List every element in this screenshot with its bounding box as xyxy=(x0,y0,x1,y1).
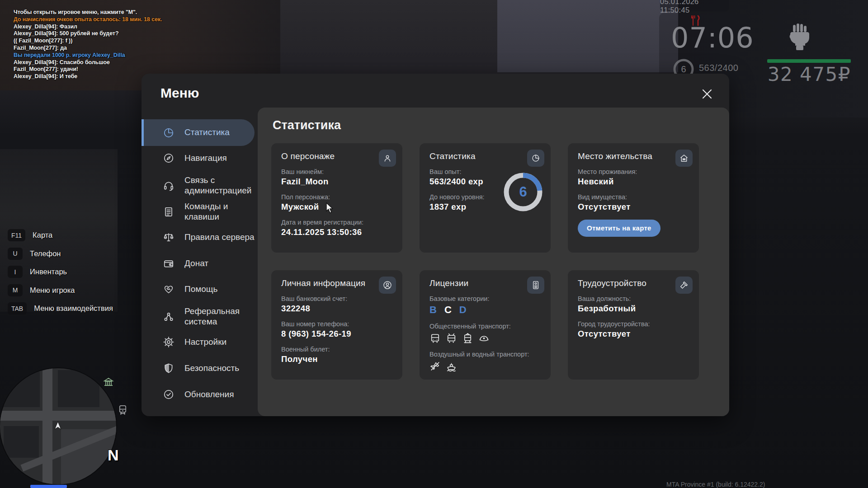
sidebar-item-server-rules[interactable]: Правила сервера xyxy=(142,231,255,243)
chat-line: Alexey_Dilla[94]: Фазил xyxy=(14,23,162,31)
sidebar-item-label: Команды и клавиши xyxy=(184,202,255,222)
sky-backdrop xyxy=(497,0,687,72)
field-label: Базовые категории: xyxy=(429,295,541,302)
scales-icon xyxy=(163,231,175,243)
field-value: Отсутствует xyxy=(578,202,689,212)
field-label: Ваш опыт: xyxy=(429,168,502,175)
datetime-display: 05.01.2026 11:50:45 xyxy=(660,0,729,11)
tram-icon xyxy=(462,333,473,344)
field-label: Ваш никнейм: xyxy=(281,168,392,175)
shield-icon xyxy=(163,362,175,374)
field-label: Ваш банковский счет: xyxy=(281,295,392,302)
sidebar-item-settings[interactable]: Настройки xyxy=(142,336,255,348)
chat-line: Fazil_Moon[277]: да xyxy=(14,45,162,52)
card-title: Лицензии xyxy=(429,278,541,288)
chat-line: Чтобы открыть игровое меню, нажмите "М". xyxy=(14,9,162,16)
key-label: Меню игрока xyxy=(30,286,75,295)
sidebar-item-label: Настройки xyxy=(184,337,255,347)
field-label: Общественный транспорт: xyxy=(429,323,541,330)
sidebar-item-label: Навигация xyxy=(184,153,255,164)
sidebar-item-navigation[interactable]: Навигация xyxy=(142,152,255,164)
field-value: 322248 xyxy=(281,304,392,314)
field-value: Отсутствует xyxy=(578,329,689,339)
pie-chart-icon xyxy=(163,127,175,139)
key-label: Телефон xyxy=(30,249,61,258)
menu-title: Меню xyxy=(160,85,199,101)
keybind-row: F11 Карта xyxy=(8,229,113,241)
key-label: Меню взаимодействия xyxy=(34,304,113,313)
wallet-icon xyxy=(163,258,175,269)
document-icon xyxy=(163,206,175,218)
field-value: 8 (963) 154-26-19 xyxy=(281,329,392,339)
card-title: Трудоустройство xyxy=(578,278,689,288)
field-label: Дата и время регистрации: xyxy=(281,219,392,226)
license-categories: B C D xyxy=(429,304,541,316)
field-value: 563/2400 exp xyxy=(429,177,502,187)
chat-line: (( Fazil_Moon[277]: f )) xyxy=(14,38,162,45)
sidebar-item-label: Статистика xyxy=(184,127,255,138)
chat-log: Чтобы открыть игровое меню, нажмите "М".… xyxy=(14,9,162,80)
mouse-cursor xyxy=(326,202,335,214)
sidebar-item-commands-keys[interactable]: Команды и клавиши xyxy=(142,202,255,222)
mark-on-map-button[interactable]: Отметить на карте xyxy=(578,220,660,237)
key-label: Инвентарь xyxy=(30,267,67,276)
license-category-d: D xyxy=(459,304,467,316)
field-label: Военный билет: xyxy=(281,346,392,353)
sidebar-item-label: Обновления xyxy=(184,389,255,400)
field-label: Место проживания: xyxy=(578,168,689,175)
minimap xyxy=(0,368,116,484)
air-water-licenses xyxy=(429,361,541,372)
ring-level-number: 6 xyxy=(502,171,544,213)
card-residence: Место жительства Место проживания: Невск… xyxy=(568,143,699,253)
close-icon[interactable] xyxy=(699,86,715,102)
chat-line: Вы передали 1000 р. игроку Alexey_Dilla xyxy=(14,52,162,59)
money-progress-bar xyxy=(767,59,851,63)
person-circle-icon xyxy=(379,277,396,294)
card-title: Личная информация xyxy=(281,278,392,288)
sidebar-item-statistics[interactable]: Статистика xyxy=(142,119,255,146)
game-clock: 07:06 xyxy=(671,21,754,54)
key-badge: TAB xyxy=(8,302,27,314)
card-personal-info: Личная информация Ваш банковский счет: 3… xyxy=(271,270,402,380)
chat-line: До начисления очков опыта осталось: 18 м… xyxy=(14,16,162,23)
field-value: Безработный xyxy=(578,304,689,314)
gear-icon xyxy=(163,336,175,348)
card-stats: Статистика Ваш опыт: 563/2400 exp До нов… xyxy=(420,143,551,253)
sidebar-item-help[interactable]: Помощь xyxy=(142,283,255,295)
heart-handshake-icon xyxy=(163,283,175,295)
sidebar-item-updates[interactable]: Обновления xyxy=(142,389,255,400)
field-label: Город трудоустройства: xyxy=(578,320,689,328)
sidebar-item-donate[interactable]: Донат xyxy=(142,258,255,269)
field-label: Воздушный и водный транспорт: xyxy=(429,351,541,358)
key-badge: I xyxy=(8,266,23,278)
card-licenses: Лицензии Базовые категории: B C D Общест… xyxy=(420,270,551,380)
field-label: Ваш номер телефона: xyxy=(281,320,392,328)
field-value: Мужской xyxy=(281,202,392,212)
exp-counter: 563/2400 xyxy=(699,63,738,73)
keybind-row: U Телефон xyxy=(8,248,113,260)
key-badge: M xyxy=(8,284,23,296)
sidebar-item-referral[interactable]: Реферальная система xyxy=(142,306,255,327)
section-heading: Статистика xyxy=(273,118,341,132)
field-value: Fazil_Moon xyxy=(281,177,392,187)
menu-content: Статистика О персонаже Ваш никнейм: Fazi… xyxy=(258,108,729,416)
field-label: До нового уровня: xyxy=(429,193,502,201)
id-card-icon xyxy=(527,277,544,294)
chat-line: Alexey_Dilla[94]: И тебе xyxy=(14,73,162,80)
keybind-row: TAB Меню взаимодействия xyxy=(8,302,113,314)
sidebar-item-label: Правила сервера xyxy=(184,232,255,243)
train-blip-icon xyxy=(118,404,128,415)
field-label: Пол персонажа: xyxy=(281,193,392,201)
card-title: Статистика xyxy=(429,151,541,161)
house-icon xyxy=(675,150,693,167)
field-value: 1837 exp xyxy=(429,202,502,212)
keybind-row: M Меню игрока xyxy=(8,284,113,296)
network-icon xyxy=(163,311,175,323)
player-marker-icon xyxy=(53,421,62,431)
sidebar-item-security[interactable]: Безопасность xyxy=(142,362,255,374)
sidebar-item-label: Помощь xyxy=(184,284,255,295)
game-screen: Чтобы открыть игровое меню, нажмите "М".… xyxy=(0,0,868,488)
sidebar-item-admin-contact[interactable]: Связь с администрацией xyxy=(142,175,255,196)
chat-line: Fazil_Moon[277]: удачи! xyxy=(14,66,162,73)
driver-cap-icon xyxy=(478,333,490,344)
